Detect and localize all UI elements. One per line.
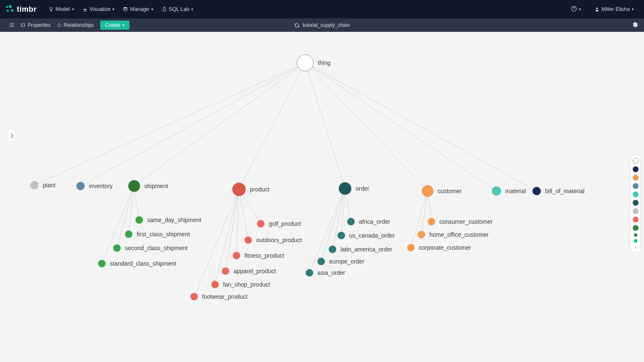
nav-sqllab[interactable]: SQL Lab▾: [158, 6, 198, 12]
svg-line-7: [134, 63, 305, 186]
node-corporate_customer[interactable]: corporate_customer: [407, 244, 471, 251]
chevron-down-icon: ▾: [112, 7, 114, 11]
flask-icon: [162, 7, 167, 12]
legend-mini-0[interactable]: [634, 233, 637, 237]
node-circle: [532, 187, 541, 195]
node-circle: [306, 269, 313, 277]
svg-line-30: [411, 191, 428, 248]
node-circle: [492, 186, 501, 196]
legend-collapse[interactable]: «: [634, 245, 637, 250]
node-same_day_shipment[interactable]: same_day_shipment: [135, 216, 201, 224]
node-circle: [257, 220, 265, 228]
legend-dot-1[interactable]: [633, 166, 639, 172]
legend-panel: «: [631, 155, 641, 253]
legend-dot-6[interactable]: [633, 208, 639, 214]
bulb-icon: [49, 7, 54, 12]
node-shipment[interactable]: shipment: [128, 180, 168, 192]
chevron-down-icon: ▾: [632, 7, 634, 11]
user-menu[interactable]: Miller Elisha▾: [590, 6, 638, 12]
chevron-down-icon: ▾: [72, 7, 74, 11]
chevron-down-icon: ▾: [151, 7, 153, 11]
expand-sidebar-tab[interactable]: ❯: [8, 129, 16, 142]
node-circle: [422, 185, 434, 197]
node-label: second_class_shipment: [125, 245, 187, 251]
hamburger-button[interactable]: [6, 22, 18, 28]
legend-dot-8[interactable]: [633, 225, 639, 231]
node-circle: [244, 236, 252, 244]
graph-canvas[interactable]: ❯ thingplantinventoryshipmentproductorde…: [8, 32, 644, 362]
node-label: us_canada_order: [349, 232, 395, 239]
node-label: outdoors_product: [256, 237, 302, 243]
node-standard_class_shipment[interactable]: standard_class_shipment: [98, 260, 177, 267]
node-label: footwear_product: [202, 293, 247, 300]
node-circle: [98, 260, 106, 267]
node-bill_of_material[interactable]: bill_of_material: [532, 187, 584, 195]
node-circle: [347, 218, 355, 225]
node-outdoors_product[interactable]: outdoors_product: [244, 236, 302, 244]
node-thing[interactable]: thing: [297, 54, 330, 71]
svg-line-11: [305, 63, 496, 191]
node-circle: [222, 267, 229, 275]
logo[interactable]: timbr: [6, 5, 37, 14]
svg-line-24: [341, 189, 345, 235]
node-label: first_class_shipment: [137, 231, 190, 238]
nav-model[interactable]: Model▾: [44, 6, 78, 12]
svg-point-3: [596, 8, 598, 9]
node-latin_america_order[interactable]: latin_america_order: [329, 246, 392, 253]
node-material[interactable]: material: [492, 186, 526, 196]
legend-dot-3[interactable]: [633, 183, 639, 189]
node-label: plant: [43, 182, 55, 189]
node-circle: [128, 180, 140, 192]
svg-point-1: [124, 7, 127, 8]
node-inventory[interactable]: inventory: [76, 182, 113, 190]
legend-dot-2[interactable]: [633, 175, 639, 181]
node-us_canada_order[interactable]: us_canada_order: [338, 232, 395, 239]
node-circle: [113, 244, 121, 252]
node-fan_shop_product[interactable]: fan_shop_product: [211, 281, 270, 288]
help-dropdown[interactable]: ▾: [567, 6, 585, 13]
nav-visualize[interactable]: Visualize▾: [78, 6, 119, 12]
node-label: material: [505, 188, 526, 194]
node-customer[interactable]: customer: [422, 185, 462, 197]
node-product[interactable]: product: [232, 183, 270, 196]
nav-manage[interactable]: Manage▾: [119, 6, 157, 12]
legend-dot-4[interactable]: [633, 191, 639, 197]
node-circle: [190, 293, 198, 300]
node-footwear_product[interactable]: footwear_product: [190, 293, 247, 300]
help-icon: [571, 6, 577, 13]
node-first_class_shipment[interactable]: first_class_shipment: [125, 230, 190, 238]
node-label: thing: [318, 59, 330, 66]
refresh-icon[interactable]: [294, 23, 300, 28]
node-label: corporate_customer: [419, 244, 471, 251]
node-europe_order[interactable]: europe_order: [317, 258, 364, 265]
node-africa_order[interactable]: africa_order: [347, 218, 390, 225]
node-label: inventory: [89, 183, 113, 189]
node-asia_order[interactable]: asia_order: [306, 269, 345, 277]
node-consumer_customer[interactable]: consumer_customer: [428, 218, 493, 225]
node-golf_product[interactable]: golf_product: [257, 220, 301, 228]
node-apparel_product[interactable]: apparel_product: [222, 267, 276, 275]
legend-dot-5[interactable]: [633, 200, 639, 206]
graph-edges: [8, 32, 644, 362]
create-button[interactable]: Create▾: [100, 21, 130, 30]
node-fitness_product[interactable]: fitness_product: [233, 252, 284, 259]
properties-toggle[interactable]: Properties: [18, 22, 54, 28]
svg-line-8: [239, 63, 305, 189]
relationships-toggle[interactable]: Relationships: [54, 22, 97, 28]
chevron-down-icon: ▾: [122, 23, 125, 27]
diamond-icon: [57, 23, 62, 28]
node-order[interactable]: order: [339, 182, 369, 195]
node-label: africa_order: [359, 218, 390, 225]
settings-button[interactable]: [631, 21, 638, 29]
svg-line-29: [421, 191, 428, 235]
chart-icon: [83, 7, 88, 12]
legend-dot-0[interactable]: [633, 158, 639, 164]
chevron-down-icon: ▾: [579, 7, 581, 11]
database-icon: [123, 7, 128, 12]
node-home_office_customer[interactable]: home_office_customer: [418, 231, 488, 238]
legend-mini-1[interactable]: [634, 239, 637, 243]
node-circle: [135, 216, 143, 224]
legend-dot-7[interactable]: [633, 217, 639, 222]
node-second_class_shipment[interactable]: second_class_shipment: [113, 244, 187, 252]
node-plant[interactable]: plant: [30, 181, 55, 189]
